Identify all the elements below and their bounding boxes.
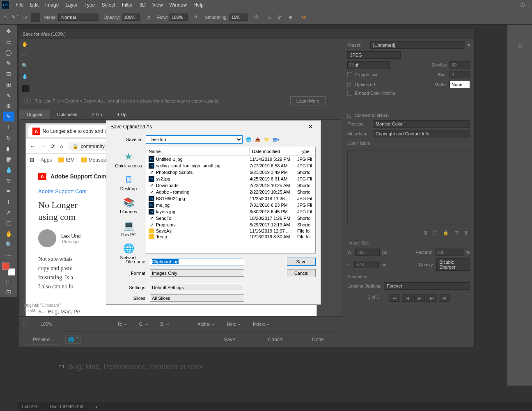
place-quickaccess[interactable]: ★Quick access xyxy=(115,151,142,168)
menu-image[interactable]: Image xyxy=(42,2,62,8)
brush-tool-icon[interactable]: ✎ xyxy=(3,112,14,121)
opacity-input[interactable]: 100% xyxy=(122,14,140,21)
resize-quality-dropdown[interactable]: Bicubic Sharper xyxy=(436,258,470,271)
file-row[interactable]: PsUntitled-1.jpg11/14/2019 5:29 PMJPG Fi… xyxy=(146,156,315,162)
marquee-tool-icon[interactable]: ▭ xyxy=(3,37,14,47)
slices-dropdown[interactable]: All Slices xyxy=(150,295,244,302)
gear-icon[interactable]: ⚙ xyxy=(252,13,261,22)
bookmark-item[interactable]: IBM xyxy=(58,157,74,163)
optimized-checkbox[interactable] xyxy=(347,82,352,87)
file-row[interactable]: ↗Adobe - romaing2/22/2019 10:25 AMShortc xyxy=(146,189,315,195)
file-row[interactable]: Pssailing_smal_lon_sign_small.jpg7/27/20… xyxy=(146,162,315,169)
hand-tool-icon[interactable]: ✋ xyxy=(3,229,14,239)
color-swatches[interactable] xyxy=(2,263,15,276)
back-icon[interactable]: ← xyxy=(30,143,35,149)
path-tool-icon[interactable]: ↗ xyxy=(3,208,14,217)
avatar[interactable] xyxy=(38,229,56,247)
menu-help[interactable]: Help xyxy=(190,2,207,8)
cancel-button[interactable]: Cancel xyxy=(287,269,316,277)
post-author[interactable]: Lex Unc xyxy=(61,233,81,239)
eyedropper-tool-icon[interactable]: 💧 xyxy=(19,71,32,82)
tab-optimized[interactable]: Optimized xyxy=(50,110,85,119)
mode-dropdown[interactable]: Normal xyxy=(58,14,99,21)
brush-tool-icon[interactable]: ✎ ˅ xyxy=(11,14,19,20)
quality-input[interactable]: 60 xyxy=(449,61,470,68)
eraser-tool-icon[interactable]: ◧ xyxy=(3,144,14,153)
up-icon[interactable]: 📤 xyxy=(255,137,261,142)
col-type[interactable]: Type xyxy=(297,147,315,155)
viewmenu-icon[interactable]: ▦▾ xyxy=(273,137,280,142)
cloud-icon[interactable]: ⏻ xyxy=(520,2,525,8)
filelist-header[interactable]: Name Date modified Type xyxy=(146,147,315,156)
cancel-button[interactable]: Cancel xyxy=(256,334,296,345)
preset-dropdown[interactable]: [Unnamed] xyxy=(370,41,465,49)
menu-3d[interactable]: 3D xyxy=(136,2,149,8)
slice-vis-icon[interactable] xyxy=(23,322,28,327)
h-input[interactable]: 578 xyxy=(354,261,379,268)
filename-input[interactable]: Clipboard.jpg xyxy=(150,258,244,265)
apps-icon[interactable]: ⊞ xyxy=(30,157,34,163)
w-input[interactable]: 795 xyxy=(355,249,380,256)
menu-layer[interactable]: Layer xyxy=(62,2,81,8)
format-dropdown[interactable]: JPEG xyxy=(347,51,401,59)
file-row[interactable]: ↗Downloads2/22/2019 10:25 AMShortc xyxy=(146,182,315,189)
metadata-dropdown[interactable]: Copyright and Contact Info xyxy=(373,130,470,137)
panel-menu-icon[interactable]: ⋮ xyxy=(521,70,527,76)
preview-button[interactable]: Preview... xyxy=(26,335,61,345)
embed-checkbox[interactable] xyxy=(347,91,352,96)
brush-preset-icon[interactable] xyxy=(31,13,40,22)
eyedropper-color[interactable] xyxy=(22,84,30,92)
done-button[interactable]: Done xyxy=(300,334,336,345)
tab-2up[interactable]: 2-Up xyxy=(85,110,109,119)
zoom-tool-icon[interactable]: 🔍 xyxy=(3,240,14,249)
airbrush-icon[interactable]: ✈ xyxy=(192,13,201,22)
menu-window[interactable]: Window xyxy=(166,2,190,8)
place-libraries[interactable]: 📚Libraries xyxy=(120,197,137,214)
forward-icon[interactable]: → xyxy=(40,143,46,149)
gradient-tool-icon[interactable]: ▦ xyxy=(3,154,14,164)
crop-tool-icon[interactable]: ⊡ xyxy=(3,69,14,79)
zoom-dropdown[interactable]: 100% xyxy=(41,322,52,327)
save-button[interactable]: Save xyxy=(287,258,316,266)
tab-4up[interactable]: 4-Up xyxy=(109,110,134,119)
smoothing-input[interactable]: 10% xyxy=(229,14,248,21)
menu-view[interactable]: View xyxy=(149,2,166,8)
col-date[interactable]: Date modified xyxy=(250,147,297,155)
zoom-tool-icon[interactable]: 🔍 xyxy=(19,60,32,71)
file-row[interactable]: ↗Programs5/29/2017 12:19 AMShortc xyxy=(146,221,315,228)
flow-input[interactable]: 100% xyxy=(170,14,188,21)
savein-dropdown[interactable]: Desktop xyxy=(146,135,243,144)
history-brush-icon[interactable]: ↻ xyxy=(3,133,14,143)
format-dropdown[interactable]: Images Only xyxy=(150,269,244,277)
quickmask-icon[interactable]: ◫ xyxy=(3,276,14,286)
fg-color-swatch[interactable] xyxy=(2,263,9,270)
file-row[interactable]: PsBS1H8024.jpg11/25/2018 11:36 ...JPG Fi… xyxy=(146,195,315,202)
place-network[interactable]: 🌐Network xyxy=(120,243,137,260)
looping-dropdown[interactable]: Forever xyxy=(384,282,470,290)
close-document-icon[interactable]: ✕ xyxy=(517,41,524,51)
healing-tool-icon[interactable]: ⊕ xyxy=(3,101,14,111)
col-name[interactable]: Name xyxy=(146,147,250,155)
angle-icon[interactable]: △ xyxy=(265,13,274,22)
ct-trash-icon[interactable]: 🗑 xyxy=(464,230,468,235)
place-desktop[interactable]: 🖥Desktop xyxy=(120,174,137,191)
back-icon[interactable]: 🌐 xyxy=(246,137,252,142)
panel-menu-icon[interactable]: ≡ xyxy=(468,43,470,48)
blur-tool-icon[interactable]: 💧 xyxy=(3,165,14,175)
ct-icon[interactable]: ⬚ xyxy=(433,230,437,235)
close-icon[interactable]: ✕ xyxy=(305,122,316,131)
matte-dropdown[interactable]: None xyxy=(449,81,470,88)
quality-preset-dropdown[interactable]: High xyxy=(347,61,390,68)
blur-input[interactable]: 0 xyxy=(449,71,470,78)
file-row[interactable]: Psss2.jpg4/25/2019 8:31 AMJPG Fil xyxy=(146,176,315,182)
prev-frame-icon[interactable]: ◀ xyxy=(402,295,413,302)
move-tool-icon[interactable]: ✥ xyxy=(3,26,14,36)
type-tool-icon[interactable]: T xyxy=(3,197,14,207)
menu-file[interactable]: File xyxy=(12,2,27,8)
menu-filter[interactable]: Filter xyxy=(119,2,136,8)
browser-select-icon[interactable]: 🌐 ˅ xyxy=(65,336,81,344)
percent-input[interactable]: 100 xyxy=(435,249,463,256)
hand-tool-icon[interactable]: ✋ xyxy=(19,39,32,50)
dodge-tool-icon[interactable]: ⊙ xyxy=(3,176,14,185)
newfolder-icon[interactable]: 📁 xyxy=(264,137,270,142)
